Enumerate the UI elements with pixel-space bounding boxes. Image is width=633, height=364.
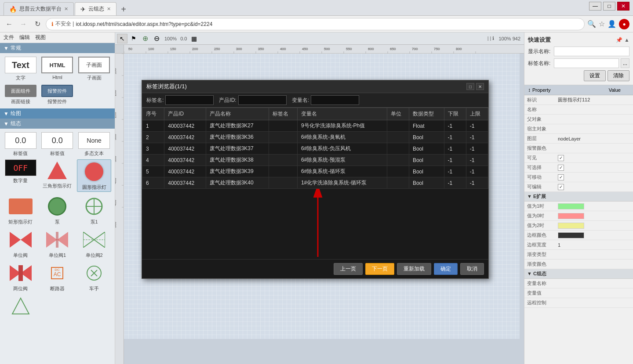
component-valve3[interactable]: 单位阀2: [77, 229, 111, 259]
component-rect[interactable]: 矩形指示灯: [4, 195, 38, 225]
table-cell: 1#化学洗涤除臭系统-循环泵: [297, 177, 387, 189]
layout-icon[interactable]: ▦: [189, 34, 199, 43]
search-tag-input[interactable]: [165, 95, 214, 105]
reload-button[interactable]: 重新加载: [397, 263, 431, 275]
address-url: iot.idosp.net/html/scada/editor.aspx.htm…: [76, 21, 212, 27]
comp-valve2-label: 单位阀1: [49, 252, 66, 259]
svg-text:450: 450: [115, 200, 117, 206]
component-screenlink[interactable]: 面面组件 画面链接: [4, 85, 38, 105]
prop-val-host: [555, 124, 633, 134]
next-page-button[interactable]: 下一页: [365, 263, 394, 275]
movable-checkbox[interactable]: ✓: [558, 174, 564, 180]
svg-text:450: 450: [302, 47, 308, 51]
component-alarmctrl-label: 报警控件: [47, 98, 67, 105]
table-row[interactable]: 2400037442废气处理数据3K366#除臭系统-臭氧机Bool-1-1: [142, 132, 488, 143]
search-icon[interactable]: 🔍: [587, 20, 596, 28]
color-border[interactable]: [558, 232, 584, 238]
color-val2[interactable]: [558, 223, 584, 229]
component-digit[interactable]: OFF 数字量: [4, 159, 38, 192]
flag-tool[interactable]: ⚑: [128, 34, 139, 43]
component-alarmctrl[interactable]: 报警控件 报警控件: [40, 85, 75, 105]
table-row[interactable]: 6400037442废气处理数据3K401#化学洗涤除臭系统-循环泵Bool-1…: [142, 177, 488, 189]
editable-checkbox[interactable]: ✓: [558, 184, 564, 190]
tab-2[interactable]: ✈ 云组态 ✕: [75, 2, 116, 15]
component-hook[interactable]: 车手: [77, 262, 111, 292]
tab1-close[interactable]: ✕: [64, 6, 68, 12]
new-tab-button[interactable]: +: [117, 3, 130, 15]
settings-pin-icon[interactable]: 📌: [616, 37, 622, 43]
refresh-button[interactable]: ↻: [32, 18, 43, 30]
prev-page-button[interactable]: 上一页: [334, 263, 363, 275]
star-icon[interactable]: ☆: [599, 20, 605, 28]
col-unit: 单位: [387, 108, 409, 120]
minimize-button[interactable]: —: [589, 2, 601, 11]
svg-text:250: 250: [214, 47, 220, 51]
canvas-scroll[interactable]: 标签浏览器(1/1) □ ✕ 标签名:: [124, 54, 524, 364]
component-tagvalue2[interactable]: 0.0 标签值: [40, 132, 75, 157]
clear-button[interactable]: 清除: [608, 70, 629, 81]
component-valve2[interactable]: 单位阀1: [40, 229, 75, 259]
tag-name-input[interactable]: [554, 58, 619, 68]
component-pump[interactable]: 泵: [40, 195, 75, 225]
search-product-input[interactable]: [238, 95, 287, 105]
search-tag-field[interactable]: 标签名:: [146, 95, 214, 105]
table-row[interactable]: 1400037442废气处理数据3K279号化学洗涤除臭系统-Ph值Float-…: [142, 120, 488, 132]
set-button[interactable]: 设置: [584, 70, 606, 81]
component-circle[interactable]: 圆形指示灯: [77, 159, 111, 192]
tag-browser-dialog[interactable]: 标签浏览器(1/1) □ ✕ 标签名:: [142, 80, 489, 279]
table-row[interactable]: 3400037442废气处理数据3K376#除臭系统-负压风机Bool-1-1: [142, 143, 488, 155]
confirm-button[interactable]: 确定: [434, 263, 458, 275]
dialog-close-btn[interactable]: ✕: [476, 83, 484, 90]
prop-section-extend-label[interactable]: ▼ E扩展: [524, 192, 633, 202]
minus-tool[interactable]: ⊖: [151, 34, 162, 43]
tab-1[interactable]: 🔥 思普云大数据平台 ✕: [4, 2, 74, 15]
sidebar-section-normal[interactable]: ▼ 常规: [0, 43, 115, 53]
forward-button[interactable]: →: [18, 18, 29, 30]
color-val1[interactable]: [558, 203, 584, 209]
dialog-minimize-btn[interactable]: □: [466, 83, 474, 90]
cancel-button[interactable]: 取消: [460, 263, 484, 275]
extension-icon[interactable]: ●: [619, 19, 629, 29]
component-pump1[interactable]: 泵1: [77, 195, 111, 225]
select-tool[interactable]: ↖: [117, 34, 127, 43]
component-multitext[interactable]: None 多态文本: [77, 132, 111, 157]
component-valve1[interactable]: 单位阀: [4, 229, 38, 259]
menu-edit[interactable]: 编辑: [19, 34, 30, 41]
component-extra1[interactable]: [4, 296, 38, 319]
color-val0[interactable]: [558, 213, 584, 219]
close-button[interactable]: ✕: [617, 2, 629, 11]
menu-view[interactable]: 视图: [35, 34, 46, 41]
add-tool[interactable]: ⊕: [140, 34, 150, 43]
component-tagvalue1[interactable]: 0.0 标签值: [4, 132, 38, 157]
table-cell: 400037442: [164, 132, 206, 143]
prop-row-val0: 值为0时: [524, 211, 633, 221]
tag-browse-btn[interactable]: ...: [621, 58, 629, 68]
selectable-checkbox[interactable]: ✓: [558, 165, 564, 171]
address-input-wrap[interactable]: ℹ 不安全 | iot.idosp.net/html/scada/editor.…: [46, 18, 585, 30]
prop-key-varval: 变量值: [524, 288, 555, 298]
component-twovalve[interactable]: 两位阀: [4, 262, 38, 292]
component-html[interactable]: HTML Html: [40, 57, 75, 81]
settings-collapse-icon[interactable]: ▲: [624, 37, 629, 43]
search-variable-field[interactable]: 变量名:: [292, 95, 359, 105]
component-breaker[interactable]: AC DC 断路器: [40, 262, 75, 292]
search-variable-input[interactable]: [311, 95, 359, 105]
back-button[interactable]: ←: [4, 18, 15, 30]
visible-checkbox[interactable]: ✓: [558, 155, 564, 161]
account-icon[interactable]: 👤: [608, 20, 616, 28]
prop-section-cstate-label[interactable]: ▼ C组态: [524, 269, 633, 279]
component-subscreen[interactable]: 子画面 子画面: [77, 57, 111, 81]
sidebar-section-state[interactable]: ▼ 组态: [0, 119, 115, 129]
table-row[interactable]: 5400037442废气处理数据3K396#除臭系统-循环泵Bool-1-1: [142, 166, 488, 177]
table-row[interactable]: 4400037442废气处理数据3K386#除臭系统-预混泵Bool-1-1: [142, 155, 488, 166]
menu-file[interactable]: 文件: [4, 34, 14, 41]
search-product-field[interactable]: 产品ID:: [219, 95, 286, 105]
sidebar-section-drawing[interactable]: ▼ 绘图: [0, 108, 115, 119]
restore-button[interactable]: □: [603, 2, 615, 11]
display-name-input[interactable]: [554, 47, 629, 56]
sort-icon[interactable]: ↕: [528, 87, 531, 93]
component-triangle[interactable]: 三角形指示灯: [40, 159, 75, 192]
component-text[interactable]: Text 文字: [4, 57, 38, 81]
table-cell: [269, 143, 297, 155]
tab2-close[interactable]: ✕: [107, 6, 111, 12]
